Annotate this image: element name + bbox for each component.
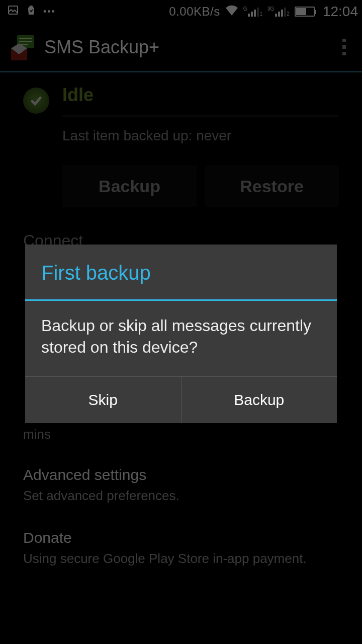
screen: ••• 0.00KB/s G 1 3G 2 12:04 (0, 0, 362, 644)
dialog-actions: Skip Backup (25, 376, 337, 423)
dialog-title: First backup (25, 245, 337, 299)
backup-dialog-button[interactable]: Backup (182, 377, 337, 423)
dialog-message: Backup or skip all messages currently st… (25, 301, 337, 376)
first-backup-dialog: First backup Backup or skip all messages… (25, 245, 337, 423)
skip-button[interactable]: Skip (25, 377, 181, 423)
